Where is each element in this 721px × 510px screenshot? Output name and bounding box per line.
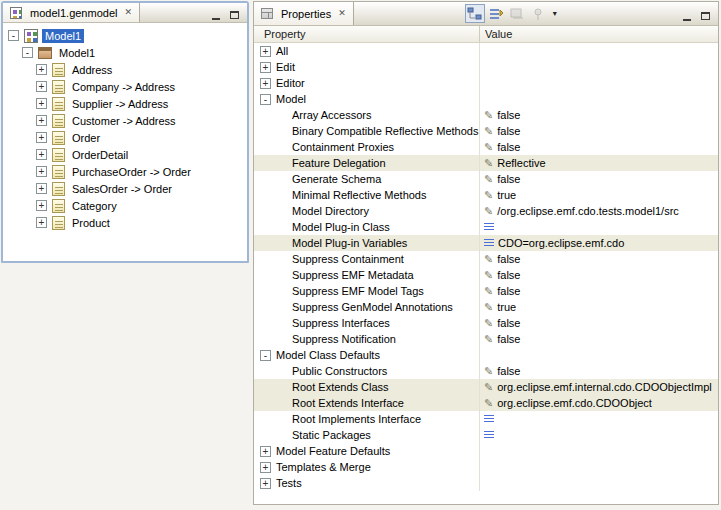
column-header-value[interactable]: Value — [480, 26, 718, 42]
property-row[interactable]: Suppress Notification ✎ false — [254, 331, 718, 347]
property-value-cell[interactable]: ✎ false — [480, 267, 718, 283]
property-row[interactable]: Model Plug-in Variables CDO=org.eclipse.… — [254, 235, 718, 251]
property-value-cell[interactable]: ✎ false — [480, 363, 718, 379]
expand-toggle[interactable]: - — [8, 30, 19, 41]
expand-toggle[interactable]: - — [22, 47, 33, 58]
property-value-cell[interactable]: ✎ false — [480, 315, 718, 331]
property-row[interactable]: Public Constructors ✎ false — [254, 363, 718, 379]
property-row[interactable]: Suppress GenModel Annotations ✎ true — [254, 299, 718, 315]
tree-item[interactable]: + Product — [3, 214, 247, 231]
expand-toggle[interactable]: + — [260, 46, 271, 57]
property-row[interactable]: + Editor — [254, 75, 718, 91]
tree-root-model1[interactable]: - Model1 — [3, 27, 247, 44]
property-value-cell[interactable] — [480, 459, 718, 475]
property-row[interactable]: Suppress EMF Metadata ✎ false — [254, 267, 718, 283]
minimize-button[interactable] — [679, 7, 694, 21]
property-row[interactable]: Suppress Containment ✎ false — [254, 251, 718, 267]
property-row[interactable]: Model Directory ✎ /org.eclipse.emf.cdo.t… — [254, 203, 718, 219]
expand-toggle[interactable]: + — [36, 81, 47, 92]
property-row[interactable]: Array Accessors ✎ false — [254, 107, 718, 123]
property-row[interactable]: - Model — [254, 91, 718, 107]
expand-toggle[interactable]: + — [36, 166, 47, 177]
property-row[interactable]: + All — [254, 43, 718, 59]
tree-item[interactable]: + Address — [3, 61, 247, 78]
tree-item[interactable]: + Customer -> Address — [3, 112, 247, 129]
expand-toggle[interactable]: + — [36, 132, 47, 143]
property-value-cell[interactable]: ✎ false — [480, 251, 718, 267]
property-value-cell[interactable]: ✎ false — [480, 171, 718, 187]
tree-item[interactable]: + Category — [3, 197, 247, 214]
close-icon[interactable]: ✕ — [338, 9, 346, 18]
property-value-cell[interactable]: ✎ false — [480, 107, 718, 123]
property-row[interactable]: Static Packages — [254, 427, 718, 443]
show-categories-icon[interactable] — [486, 4, 506, 23]
expand-toggle[interactable]: + — [260, 78, 271, 89]
property-value-cell[interactable]: ✎ false — [480, 123, 718, 139]
property-row[interactable]: + Tests — [254, 475, 718, 491]
expand-toggle[interactable]: + — [260, 62, 271, 73]
property-value-cell[interactable]: ✎ /org.eclipse.emf.cdo.tests.model1/src — [480, 203, 718, 219]
property-row[interactable]: + Model Feature Defaults — [254, 443, 718, 459]
tree-item[interactable]: + PurchaseOrder -> Order — [3, 163, 247, 180]
property-value-cell[interactable]: ✎ false — [480, 331, 718, 347]
property-row[interactable]: Suppress Interfaces ✎ false — [254, 315, 718, 331]
property-value-cell[interactable] — [480, 219, 718, 235]
property-value-cell[interactable] — [480, 443, 718, 459]
expand-toggle[interactable]: + — [36, 183, 47, 194]
property-value-cell[interactable] — [480, 75, 718, 91]
tree-item[interactable]: + SalesOrder -> Order — [3, 180, 247, 197]
property-value-cell[interactable] — [480, 347, 718, 363]
property-row[interactable]: - Model Class Defaults — [254, 347, 718, 363]
tab-model1-genmodel[interactable]: model1.genmodel ✕ — [3, 3, 140, 22]
property-value-cell[interactable] — [480, 475, 718, 491]
property-value-cell[interactable] — [480, 411, 718, 427]
expand-toggle[interactable]: + — [36, 64, 47, 75]
expand-toggle[interactable]: + — [260, 478, 271, 489]
property-value-cell[interactable] — [480, 59, 718, 75]
property-row[interactable]: + Templates & Merge — [254, 459, 718, 475]
property-row[interactable]: Model Plug-in Class — [254, 219, 718, 235]
expand-toggle[interactable]: - — [260, 94, 271, 105]
close-icon[interactable]: ✕ — [124, 8, 132, 17]
show-tree-icon[interactable] — [465, 4, 485, 23]
tree-item[interactable]: + Company -> Address — [3, 78, 247, 95]
property-value-cell[interactable]: ✎ org.eclipse.emf.internal.cdo.CDOObject… — [480, 379, 718, 395]
property-row[interactable]: + Edit — [254, 59, 718, 75]
property-row[interactable]: Binary Compatible Reflective Methods ✎ f… — [254, 123, 718, 139]
expand-toggle[interactable]: + — [36, 115, 47, 126]
expand-toggle[interactable]: + — [36, 149, 47, 160]
property-value-cell[interactable]: ✎ true — [480, 299, 718, 315]
tree-item[interactable]: + Supplier -> Address — [3, 95, 247, 112]
tree-package-model1[interactable]: - Model1 — [3, 44, 247, 61]
property-value-cell[interactable] — [480, 91, 718, 107]
property-row[interactable]: Containment Proxies ✎ false — [254, 139, 718, 155]
property-value-cell[interactable] — [480, 43, 718, 59]
property-value-cell[interactable]: ✎ true — [480, 187, 718, 203]
property-value-cell[interactable]: CDO=org.eclipse.emf.cdo — [480, 235, 718, 251]
expand-toggle[interactable]: + — [36, 217, 47, 228]
maximize-button[interactable] — [227, 6, 242, 20]
expand-toggle[interactable]: + — [36, 200, 47, 211]
property-value-cell[interactable]: ✎ false — [480, 139, 718, 155]
expand-toggle[interactable]: + — [36, 98, 47, 109]
property-row[interactable]: Minimal Reflective Methods ✎ true — [254, 187, 718, 203]
property-row[interactable]: Root Implements Interface — [254, 411, 718, 427]
property-row[interactable]: Suppress EMF Model Tags ✎ false — [254, 283, 718, 299]
property-row[interactable]: Feature Delegation ✎ Reflective — [254, 155, 718, 171]
maximize-button[interactable] — [698, 7, 713, 21]
expand-toggle[interactable]: + — [260, 462, 271, 473]
tree-item[interactable]: + OrderDetail — [3, 146, 247, 163]
expand-toggle[interactable]: + — [260, 446, 271, 457]
expand-toggle[interactable]: - — [260, 350, 271, 361]
property-value-cell[interactable]: ✎ false — [480, 283, 718, 299]
property-value-cell[interactable] — [480, 427, 718, 443]
property-value-cell[interactable]: ✎ Reflective — [480, 155, 718, 171]
tree-item[interactable]: + Order — [3, 129, 247, 146]
property-row[interactable]: Root Extends Interface ✎ org.eclipse.emf… — [254, 395, 718, 411]
property-row[interactable]: Generate Schema ✎ false — [254, 171, 718, 187]
property-row[interactable]: Root Extends Class ✎ org.eclipse.emf.int… — [254, 379, 718, 395]
minimize-button[interactable] — [208, 6, 223, 20]
view-menu-icon[interactable]: ▾ — [549, 9, 561, 18]
tab-properties[interactable]: Properties ✕ — [254, 2, 354, 25]
property-value-cell[interactable]: ✎ org.eclipse.emf.cdo.CDOObject — [480, 395, 718, 411]
